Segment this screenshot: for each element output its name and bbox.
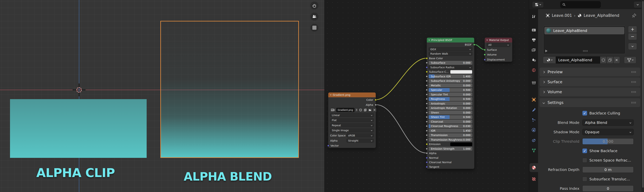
- checkbox[interactable]: ✓: [582, 111, 587, 115]
- breadcrumb-object[interactable]: Leave.001: [552, 13, 572, 18]
- tab-view-layer[interactable]: [530, 45, 538, 54]
- properties-scrollbar[interactable]: [642, 0, 644, 192]
- material-slot-item[interactable]: Leave_AlphaBlend: [544, 27, 624, 34]
- value-slider[interactable]: Subsurface 0.000: [429, 61, 472, 65]
- value-slider[interactable]: Sheen 0.000: [429, 110, 472, 114]
- input-socket[interactable]: [426, 130, 428, 132]
- editor-type-button[interactable]: [532, 1, 544, 8]
- value-slider[interactable]: IOR 1.450: [429, 129, 472, 133]
- collapse-chevron-icon[interactable]: [486, 39, 488, 40]
- collapse-chevron-icon[interactable]: [330, 94, 332, 95]
- input-socket[interactable]: [426, 152, 428, 154]
- input-socket[interactable]: [426, 94, 428, 96]
- value-slider[interactable]: Subsurface IOR 1.400: [429, 74, 472, 78]
- tab-output[interactable]: [530, 36, 538, 44]
- tab-tool[interactable]: [530, 12, 538, 21]
- principled-bsdf-node[interactable]: Principled BSDF BSDF GGX Random Walk: [426, 37, 474, 169]
- input-socket[interactable]: [426, 161, 428, 163]
- open-image-button[interactable]: [368, 108, 372, 112]
- checkbox[interactable]: [582, 158, 587, 163]
- unlink-image-button[interactable]: [372, 108, 376, 112]
- grid-ortho-icon[interactable]: [310, 24, 318, 32]
- number-field[interactable]: 0 m: [582, 167, 634, 173]
- color-swatch[interactable]: [450, 70, 472, 74]
- fake-user-button[interactable]: [358, 108, 363, 112]
- value-slider[interactable]: Transmission 0.000: [429, 133, 472, 137]
- collapsed-panel-header[interactable]: Volume: [540, 88, 640, 96]
- source-select[interactable]: Single Image: [330, 128, 374, 132]
- node-select[interactable]: Random Walk: [429, 52, 472, 56]
- node-tree-button[interactable]: [624, 57, 636, 64]
- value-slider[interactable]: Subsurface Anisotropy 0.000: [429, 79, 472, 83]
- material-name-field[interactable]: Leave_AlphaBlend: [556, 57, 600, 64]
- tab-render[interactable]: [530, 26, 538, 34]
- input-socket[interactable]: [426, 66, 428, 69]
- slot-specials-button[interactable]: [628, 43, 637, 50]
- panel-grip-icon[interactable]: [631, 81, 636, 83]
- image-browse-button[interactable]: [330, 108, 336, 112]
- input-socket[interactable]: [426, 139, 428, 141]
- input-socket[interactable]: [426, 166, 428, 168]
- output-node-header[interactable]: Material Output: [485, 38, 512, 42]
- alpha-blend-plane[interactable]: [160, 21, 299, 158]
- new-image-button[interactable]: [363, 108, 367, 112]
- value-slider[interactable]: Metallic 0.000: [429, 84, 472, 87]
- alpha-clip-plane[interactable]: [10, 99, 147, 158]
- pin-icon[interactable]: [632, 13, 636, 18]
- panel-grip-icon[interactable]: [631, 71, 636, 73]
- extension-select[interactable]: Repeat: [330, 123, 374, 127]
- tab-object[interactable]: [530, 95, 538, 104]
- value-slider[interactable]: Anisotropic Rotation 0.000: [429, 106, 472, 110]
- camera-view-icon[interactable]: [310, 12, 318, 21]
- browse-material-button[interactable]: [543, 57, 556, 64]
- value-slider[interactable]: Anisotropic 0.000: [429, 101, 472, 105]
- unlink-material-button[interactable]: [613, 57, 620, 64]
- checkbox[interactable]: ✓: [582, 148, 587, 153]
- displacement-input-socket[interactable]: [484, 59, 486, 61]
- dropdown-select[interactable]: Opaque: [582, 129, 634, 135]
- vector-input-socket[interactable]: [327, 145, 330, 147]
- collapsed-panel-header[interactable]: Surface: [540, 78, 640, 86]
- projection-select[interactable]: Flat: [330, 118, 374, 122]
- value-slider[interactable]: Specular Tint 0.000: [429, 93, 472, 96]
- input-socket[interactable]: [426, 120, 428, 123]
- collapsed-panel-header[interactable]: Preview: [540, 68, 640, 77]
- value-slider[interactable]: Clearcoat 0.000: [429, 120, 472, 123]
- panel-grip-icon[interactable]: [631, 102, 636, 103]
- input-socket[interactable]: [426, 71, 428, 73]
- input-socket[interactable]: [426, 157, 428, 159]
- input-socket[interactable]: [426, 107, 428, 109]
- input-socket[interactable]: [426, 134, 428, 136]
- material-slot-list[interactable]: Leave_AlphaBlend: [543, 26, 626, 54]
- tab-material[interactable]: [530, 163, 538, 172]
- input-socket[interactable]: [426, 84, 428, 87]
- input-socket[interactable]: [426, 125, 428, 127]
- image-users-count[interactable]: 3: [355, 108, 358, 112]
- tab-collection[interactable]: [530, 78, 538, 87]
- color-output-socket[interactable]: [374, 99, 377, 101]
- value-slider[interactable]: Transmission Roughness 0.000: [429, 138, 472, 142]
- panel-grip-icon[interactable]: [631, 91, 636, 93]
- color-space-select[interactable]: sRGB: [346, 133, 374, 137]
- input-socket[interactable]: [426, 89, 428, 91]
- input-socket[interactable]: [426, 102, 428, 105]
- bsdf-node-header[interactable]: Principled BSDF: [427, 38, 474, 42]
- header-options-button[interactable]: [634, 1, 642, 8]
- input-socket[interactable]: [426, 80, 428, 82]
- shader-node-editor[interactable]: Gradient.png Color Alpha Gradient.png 3: [324, 0, 529, 192]
- interpolation-select[interactable]: Linear: [330, 113, 374, 117]
- collapse-chevron-icon[interactable]: [428, 39, 430, 40]
- input-socket[interactable]: [426, 98, 428, 100]
- color-swatch[interactable]: [450, 142, 472, 146]
- input-socket[interactable]: [426, 111, 428, 114]
- tab-modifiers[interactable]: [530, 105, 538, 114]
- input-socket[interactable]: [426, 75, 428, 78]
- settings-panel-header[interactable]: Settings: [540, 98, 640, 107]
- pan-hand-icon[interactable]: [310, 1, 318, 9]
- remove-slot-button[interactable]: −: [628, 33, 637, 40]
- value-slider[interactable]: 0.500: [582, 138, 634, 145]
- value-slider[interactable]: Clearcoat Roughness 0.030: [429, 124, 472, 128]
- tab-object-data[interactable]: [530, 146, 538, 155]
- input-socket[interactable]: [426, 62, 428, 64]
- node-select[interactable]: GGX: [429, 47, 472, 51]
